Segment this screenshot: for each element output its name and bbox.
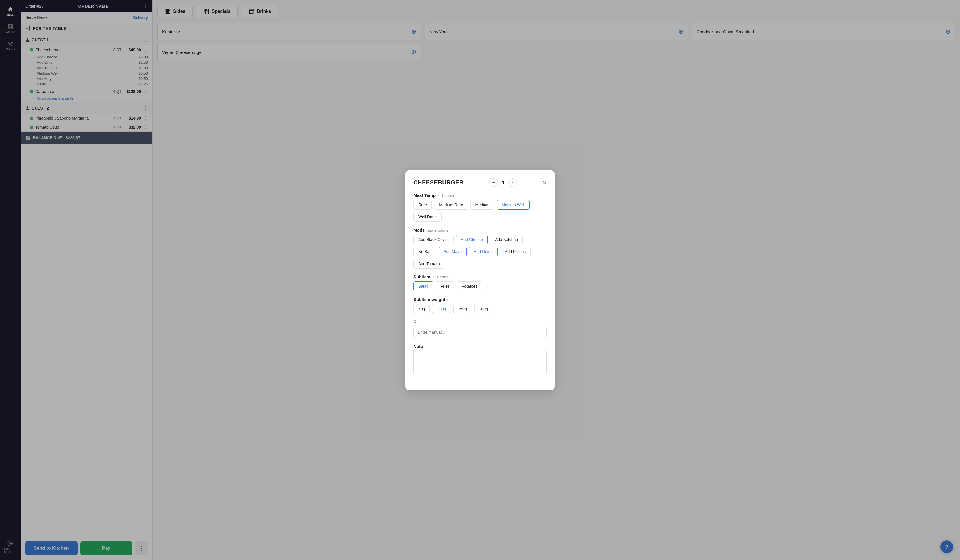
option-200g[interactable]: 200g	[474, 304, 493, 314]
option-add-tomato[interactable]: Add Tomato	[413, 259, 445, 268]
option-well-done[interactable]: Well Done	[413, 212, 442, 222]
subitem-weight-section: SubItem weight * 50g 100g 150g 200g Or	[413, 297, 547, 338]
option-add-ketchup[interactable]: Add Ketchup	[490, 235, 523, 244]
modal-overlay[interactable]: CHEESEBURGER − 1 + × Meat Temp * 1 optio…	[0, 0, 960, 560]
note-title: Note	[413, 344, 423, 349]
option-no-salt[interactable]: No Salt	[413, 247, 436, 257]
required-indicator: *	[433, 275, 434, 279]
option-black-olives[interactable]: Add Black Olives	[413, 235, 454, 244]
required-indicator: *	[438, 194, 439, 198]
required-indicator: *	[446, 298, 448, 302]
increase-qty-button[interactable]: +	[509, 179, 517, 187]
mods-title: Mods	[413, 228, 425, 232]
decrease-qty-button[interactable]: −	[490, 179, 498, 187]
meat-temp-title: Meat Temp	[413, 193, 435, 198]
option-add-mayo[interactable]: Add Mayo	[438, 247, 467, 257]
option-100g[interactable]: 100g	[432, 304, 451, 314]
note-section: Note	[413, 344, 547, 376]
modal-header: CHEESEBURGER − 1 + ×	[413, 179, 547, 187]
weight-options: 50g 100g 150g 200g	[413, 304, 547, 314]
close-modal-button[interactable]: ×	[543, 179, 547, 187]
option-fries[interactable]: Fries	[436, 281, 454, 291]
subitem-options: Salad Fries Potatoes	[413, 281, 547, 291]
option-medium[interactable]: Medium	[470, 200, 494, 210]
quantity-value: 1	[502, 180, 505, 185]
option-rare[interactable]: Rare	[413, 200, 432, 210]
option-add-cheese[interactable]: Add Cheese	[456, 235, 488, 244]
subitem-section: SubItem * 1 option Salad Fries Potatoes	[413, 274, 547, 291]
option-50g[interactable]: 50g	[413, 304, 430, 314]
note-textarea[interactable]	[413, 349, 547, 375]
weight-title: SubItem weight	[413, 297, 445, 302]
option-add-onion[interactable]: Add Onion	[469, 247, 498, 257]
subitem-title: SubItem	[413, 274, 430, 279]
quantity-stepper: − 1 +	[490, 179, 517, 187]
mods-options: Add Black Olives Add Cheese Add Ketchup …	[413, 235, 547, 268]
modal-title: CHEESEBURGER	[413, 179, 464, 186]
meat-temp-section: Meat Temp * 1 option Rare Medium Rare Me…	[413, 193, 547, 222]
mods-section: Mods max 2 options Add Black Olives Add …	[413, 228, 547, 268]
manual-weight-input[interactable]	[413, 326, 547, 338]
mods-sub: max 2 options	[427, 228, 448, 232]
option-add-pickles[interactable]: Add Pickles	[500, 247, 531, 257]
subitem-sub: 1 option	[436, 275, 449, 279]
option-potatoes[interactable]: Potatoes	[457, 281, 482, 291]
meat-temp-sub: 1 option	[442, 194, 454, 198]
item-customization-modal: CHEESEBURGER − 1 + × Meat Temp * 1 optio…	[405, 171, 555, 390]
option-medium-rare[interactable]: Medium Rare	[434, 200, 468, 210]
meat-temp-options: Rare Medium Rare Medium Medium Well Well…	[413, 200, 547, 222]
or-label: Or	[413, 319, 547, 324]
option-salad[interactable]: Salad	[413, 281, 434, 291]
option-150g[interactable]: 150g	[453, 304, 472, 314]
option-medium-well[interactable]: Medium Well	[497, 200, 530, 210]
